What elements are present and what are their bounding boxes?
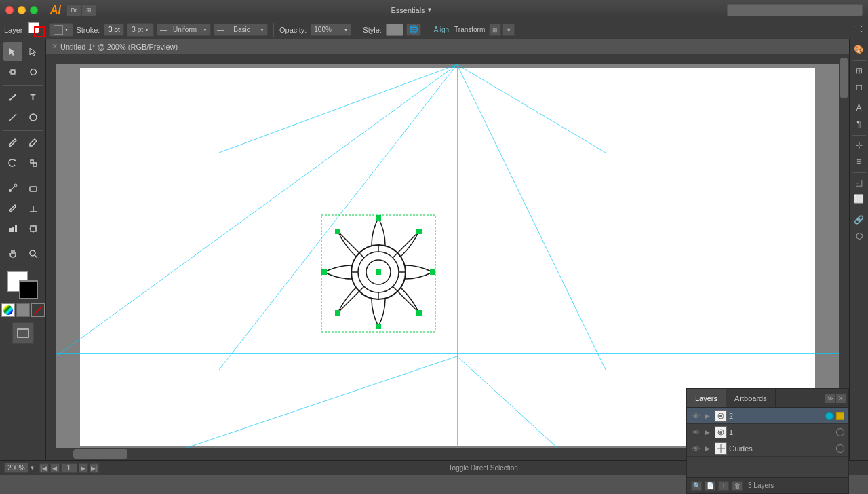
tab-layers[interactable]: Layers bbox=[687, 389, 726, 407]
screen-mode-area bbox=[12, 322, 34, 344]
layer-guides-visibility-icon[interactable]: 👁 bbox=[690, 444, 702, 453]
opacity-input[interactable]: 100% ▼ bbox=[311, 24, 351, 36]
layer-row-1[interactable]: 👁 ▶ 1 bbox=[687, 424, 848, 440]
stroke-type-selector[interactable]: — Uniform ▼ bbox=[157, 24, 211, 36]
zoom-tool[interactable] bbox=[24, 244, 43, 263]
eyedropper-tool[interactable] bbox=[3, 199, 22, 218]
screen-mode-button[interactable] bbox=[12, 322, 34, 344]
layers-panel: Layers Artboards ≫ ✕ 👁 ▶ 2 👁 ▶ 1 👁 ▶ Gu bbox=[686, 388, 849, 494]
stroke-panel-icon[interactable]: ◻ bbox=[852, 79, 867, 94]
pencil-tool[interactable] bbox=[24, 133, 43, 152]
measure-tool[interactable] bbox=[24, 199, 43, 218]
artboards-panel-icon[interactable]: ⬜ bbox=[852, 191, 867, 206]
canvas-tab[interactable]: ✕ Untitled-1* @ 200% (RGB/Preview) bbox=[46, 39, 849, 54]
magic-wand-tool[interactable] bbox=[3, 62, 22, 81]
navigate-tools-row bbox=[3, 244, 43, 263]
right-icons-panel: 🎨 ⊞ ◻ A ¶ ⊹ ≡ ◱ ⬜ 🔗 ⬡ bbox=[849, 39, 868, 460]
hand-tool[interactable] bbox=[3, 244, 22, 263]
layer-1-expand-icon[interactable]: ▶ bbox=[702, 429, 713, 436]
transform-button[interactable]: Transform bbox=[453, 24, 486, 35]
arrange-button[interactable]: ⊞ bbox=[81, 4, 96, 16]
scrollbar-thumb-v[interactable] bbox=[840, 58, 848, 98]
close-button[interactable] bbox=[5, 6, 14, 14]
prev-page-button[interactable]: ◀ bbox=[50, 463, 60, 473]
tab-close-icon[interactable]: ✕ bbox=[52, 42, 58, 51]
svg-point-60 bbox=[719, 415, 722, 417]
page-number-input[interactable] bbox=[61, 463, 77, 473]
lasso-tool[interactable] bbox=[24, 62, 43, 81]
sep1 bbox=[273, 23, 274, 37]
grid-icon[interactable]: ⊞ bbox=[852, 63, 867, 78]
essentials-label[interactable]: Essentials▼ bbox=[391, 6, 432, 14]
blend-tool[interactable] bbox=[3, 178, 22, 197]
ellipse-tool[interactable] bbox=[24, 108, 43, 127]
layers-panel-icon[interactable]: ◱ bbox=[852, 175, 867, 190]
layers-close-button[interactable]: ✕ bbox=[836, 394, 846, 403]
type-panel-icon[interactable]: A bbox=[852, 100, 867, 115]
transform-panel-icon[interactable]: ⊹ bbox=[852, 138, 867, 153]
globe-icon[interactable]: 🌐 bbox=[406, 24, 421, 36]
panel-icon-2[interactable]: ▼ bbox=[502, 24, 515, 36]
eraser-tool[interactable] bbox=[24, 178, 43, 197]
stroke-value-input[interactable] bbox=[104, 24, 124, 36]
stroke-unit-dropdown[interactable]: 3 pt ▼ bbox=[127, 23, 154, 37]
direct-selection-tool[interactable] bbox=[24, 42, 43, 61]
layers-expand-button[interactable]: ≫ bbox=[825, 394, 835, 403]
layer-move-button[interactable]: ↑ bbox=[718, 481, 729, 491]
magic-wand-tools-row bbox=[3, 62, 43, 81]
paintbrush-tool[interactable] bbox=[3, 133, 22, 152]
tab-artboards[interactable]: Artboards bbox=[726, 389, 776, 407]
panel-toggle[interactable]: ⋮⋮ bbox=[852, 24, 864, 36]
first-page-button[interactable]: |◀ bbox=[39, 463, 49, 473]
stroke-profile-selector[interactable]: — Basic ▼ bbox=[214, 24, 268, 36]
layer-1-visibility-icon[interactable]: 👁 bbox=[690, 428, 702, 436]
svg-rect-57 bbox=[376, 269, 381, 275]
pen-tool[interactable] bbox=[3, 88, 22, 107]
ruler-left bbox=[46, 54, 56, 460]
layers-count: 3 Layers bbox=[748, 482, 774, 489]
graph-tool[interactable] bbox=[3, 219, 22, 238]
panel-icon-1[interactable]: ⊞ bbox=[489, 24, 501, 36]
type-tool[interactable]: T bbox=[24, 88, 43, 107]
layer-add-button[interactable]: 📄 bbox=[705, 481, 715, 491]
scrollbar-thumb-h[interactable] bbox=[73, 449, 127, 459]
bridge-button[interactable]: Br bbox=[66, 4, 81, 16]
minimize-button[interactable] bbox=[18, 6, 26, 14]
align-button[interactable]: Align bbox=[433, 24, 450, 35]
search-input[interactable] bbox=[727, 4, 863, 16]
gradient-icon[interactable] bbox=[16, 303, 30, 317]
layer-2-selected-indicator bbox=[836, 412, 844, 420]
stroke-color-swatch[interactable] bbox=[19, 280, 38, 299]
svg-rect-55 bbox=[335, 310, 340, 316]
stroke-color-indicator[interactable] bbox=[28, 22, 45, 37]
layer-row-2[interactable]: 👁 ▶ 2 bbox=[687, 408, 848, 424]
none-icon[interactable] bbox=[31, 303, 45, 317]
color-icon[interactable] bbox=[1, 303, 15, 317]
zoom-arrow[interactable]: ▼ bbox=[30, 465, 35, 471]
zoom-value[interactable]: 200% bbox=[4, 463, 28, 473]
maximize-button[interactable] bbox=[30, 6, 38, 14]
align-panel-icon[interactable]: ≡ bbox=[852, 154, 867, 169]
paragraph-panel-icon[interactable]: ¶ bbox=[852, 117, 867, 132]
tools-sep-2 bbox=[3, 130, 43, 131]
layer-2-visibility-icon[interactable]: 👁 bbox=[690, 412, 702, 420]
style-swatch[interactable] bbox=[386, 24, 403, 36]
selection-tool[interactable] bbox=[3, 42, 22, 61]
layer-row-guides[interactable]: 👁 ▶ Guides bbox=[687, 440, 848, 457]
rotate-tool[interactable] bbox=[3, 153, 22, 172]
stroke-type-dropdown[interactable]: ▼ bbox=[49, 23, 74, 37]
scale-tool[interactable] bbox=[24, 153, 43, 172]
symbols-panel-icon[interactable]: ⬡ bbox=[852, 229, 867, 244]
layer-search-button[interactable]: 🔍 bbox=[691, 481, 702, 491]
layer-2-expand-icon[interactable]: ▶ bbox=[702, 413, 713, 419]
last-page-button[interactable]: ▶| bbox=[90, 463, 99, 473]
layer-guides-color-indicator bbox=[836, 444, 844, 453]
svg-rect-20 bbox=[9, 228, 12, 232]
artboard-tool[interactable] bbox=[24, 219, 43, 238]
layer-delete-button[interactable]: 🗑 bbox=[732, 481, 743, 491]
color-panel-icon[interactable]: 🎨 bbox=[852, 42, 867, 57]
links-panel-icon[interactable]: 🔗 bbox=[852, 212, 867, 227]
next-page-button[interactable]: ▶ bbox=[79, 463, 88, 473]
line-segment-tool[interactable] bbox=[3, 108, 22, 127]
layer-guides-expand-icon[interactable]: ▶ bbox=[702, 445, 713, 452]
